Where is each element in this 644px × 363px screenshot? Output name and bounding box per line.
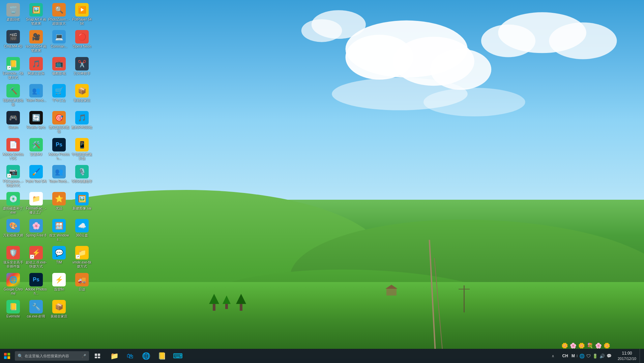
taskbar-center-buttons <box>91 349 105 363</box>
tray-expand: ∧ <box>548 349 558 363</box>
desktop-icon-4[interactable]: 🎮Steam <box>2 110 25 137</box>
taskbar-app-evernote[interactable]: 📒 <box>154 349 170 363</box>
desktop-icon-33[interactable]: 💬TIM <box>48 245 70 272</box>
desktop-icon-30[interactable]: 👥Team Rend... <box>48 164 70 191</box>
desktop-icon-label-8: 万彩动画大师 <box>2 233 24 238</box>
desktop-icon-34[interactable]: ⚡迅雷fin <box>48 272 70 299</box>
power-pole <box>464 285 465 312</box>
start-button[interactable] <box>0 349 14 363</box>
desktop-icon-6[interactable]: 📷↗FSCapture...-快捷方式 <box>2 164 25 191</box>
desktop-icon-label-20: Spring Free 8 <box>25 233 47 238</box>
desktop-icon-12[interactable]: 🖼️Snap Art 4 画笔效果 <box>25 2 48 29</box>
desktop-icon-label-18: Paint Tool SAI <box>25 179 47 184</box>
desktop-icon-43[interactable]: 🖼️新建图像.sai <box>70 191 93 218</box>
desktop-icon-39[interactable]: 📦装箱全家庄 <box>70 83 93 110</box>
language-indicator[interactable]: CH <box>561 354 570 358</box>
desktop-icon-35[interactable]: 📦装箱全家庄 <box>48 299 70 326</box>
desktop-icon-26[interactable]: 📺极酷影视 <box>48 56 70 83</box>
desktop: 🌼 🌸 🌼 💐 🌸 🌼 🗑️桌面回收🎬CINEMA 4D📒↗Evernote..… <box>0 0 644 363</box>
ime-icon[interactable]: M <box>572 354 575 358</box>
desktop-icon-label-12: Snap Art 4 画笔效果 <box>25 18 47 26</box>
system-tray-icons: CH M I 🌐 🛡 🔋 🔊 💬 <box>558 349 614 363</box>
desktop-icon-5[interactable]: 📄Adobe Acrobat DC <box>2 137 25 164</box>
desktop-icon-label-27: 千牛工台 <box>48 99 70 103</box>
desktop-icon-37[interactable]: 🔴Opera Neon <box>70 29 93 56</box>
desktop-icon-3[interactable]: ⛏️我的世界启动器 <box>2 83 25 110</box>
desktop-icon-18[interactable]: 🖌️Paint Tool SAI <box>25 164 48 191</box>
desktop-icon-29[interactable]: PsAdobe Photosh... <box>48 137 70 164</box>
desktop-icon-2[interactable]: 📒↗Evernote...-快捷方式 <box>2 56 25 83</box>
security-icon[interactable]: 🛡 <box>586 354 591 359</box>
desktop-icon-24[interactable]: 🔍PhotoZoom...-超级放大 <box>48 2 70 29</box>
desktop-icon-22[interactable]: PsAdobe Photosh... <box>25 272 48 299</box>
desktop-icon-38[interactable]: ✂️万兴神剪手 <box>70 56 93 83</box>
desktop-icons: 🗑️桌面回收🎬CINEMA 4D📒↗Evernote...-快捷方式⛏️我的世界… <box>0 0 105 346</box>
svg-rect-11 <box>95 354 97 356</box>
task-view-button[interactable] <box>91 349 105 363</box>
desktop-icon-40[interactable]: 🎵酷狗RMB回收 <box>70 110 93 137</box>
desktop-icon-label-37: Opera Neon <box>71 45 93 49</box>
taskbar-clock[interactable]: 11:00 2017/12/10 <box>614 349 640 363</box>
taskbar-app-store[interactable]: 🛍 <box>122 349 138 363</box>
desktop-icon-20[interactable]: 🌸Spring Free 8 <box>25 218 48 245</box>
taskbar-app-terminal[interactable]: ⌨ <box>170 349 185 363</box>
notification-icon[interactable]: 💬 <box>607 354 612 358</box>
desktop-icon-8[interactable]: 🎨万彩动画大师 <box>2 218 25 245</box>
desktop-icon-label-25: Comman... <box>48 45 70 49</box>
desktop-icon-1[interactable]: 🎬CINEMA 4D <box>2 29 25 56</box>
desktop-icon-19[interactable]: 📁FormatFac...-修正工厂 <box>25 191 48 218</box>
taskbar-app-chrome[interactable]: 🌐 <box>138 349 154 363</box>
show-desktop-button[interactable] <box>640 349 642 363</box>
desktop-icon-31[interactable]: ⭐优品 <box>48 191 70 218</box>
desktop-icon-15[interactable]: 👥Team Rend... <box>25 83 48 110</box>
desktop-icon-label-46: 日达 <box>71 287 93 291</box>
desktop-icon-10[interactable]: 🌐Google Chrome <box>2 272 25 299</box>
tree-1 <box>209 294 219 311</box>
battery-icon[interactable]: 🔋 <box>592 354 598 359</box>
taskbar-search[interactable]: 🔍 在这里输入你想搜索的内容 🎤 <box>15 351 89 361</box>
desktop-icon-14[interactable]: 🎵网易云音乐 <box>25 56 48 83</box>
network-icon[interactable]: 🌐 <box>579 354 585 359</box>
caret-icon: I <box>577 354 578 358</box>
desktop-icon-27[interactable]: 🛒千牛工台 <box>48 83 70 110</box>
desktop-icon-45[interactable]: 📁↗vmde.exe-快捷方式 <box>70 245 93 272</box>
desktop-icon-17[interactable]: 🛠️安装MU <box>25 137 48 164</box>
desktop-icon-9[interactable]: 🛡️涨乐安全高手非插件版 <box>2 245 25 272</box>
desktop-icon-41[interactable]: 📱中信强签赞速升级 <box>70 137 93 164</box>
desktop-icon-label-3: 我的世界启动器 <box>2 99 24 107</box>
desktop-icon-11[interactable]: 📒Evernote <box>2 299 25 326</box>
desktop-icon-25[interactable]: 💻Comman... <box>48 29 70 56</box>
desktop-icon-28[interactable]: 🎯微元汤花布图器 <box>48 110 70 137</box>
desktop-icon-13[interactable]: 🎥recordit264 画笔效果 <box>25 29 48 56</box>
desktop-icon-23[interactable]: 🔧cai.exe-好用 <box>25 299 48 326</box>
desktop-icon-label-17: 安装MU <box>25 152 47 157</box>
distant-house <box>386 289 397 296</box>
taskbar: 🔍 在这里输入你想搜索的内容 🎤 📁 🛍 🌐 📒 ⌨ <box>0 349 644 363</box>
desktop-icon-label-30: Team Rend... <box>48 179 70 184</box>
desktop-icon-label-9: 涨乐安全高手非插件版 <box>2 260 24 269</box>
desktop-icon-36[interactable]: ▶️PotPlayer 64 bit <box>70 2 93 29</box>
taskbar-tray: ∧ CH M I 🌐 🛡 🔋 🔊 💬 11:00 2017/12/10 <box>548 349 644 363</box>
desktop-icon-label-22: Adobe Photosh... <box>25 287 47 296</box>
desktop-icon-32[interactable]: 🪟按文 Windows... <box>48 218 70 245</box>
desktop-icon-label-29: Adobe Photosh... <box>48 152 70 161</box>
desktop-icon-42[interactable]: 🎙️OBS绿播助手 <box>70 164 93 191</box>
desktop-icon-16[interactable]: 🔄Reallio Sync <box>25 110 48 137</box>
tree-3 <box>236 294 246 311</box>
desktop-icon-21[interactable]: ⚡↗超动上 i9.exe-快捷方式 <box>25 245 48 272</box>
desktop-icon-label-24: PhotoZoom...-超级放大 <box>48 18 70 26</box>
clock-date: 2017/12/10 <box>618 356 636 361</box>
desktop-icon-label-38: 万兴神剪手 <box>71 72 93 76</box>
flowers-area: 🌼 🌸 🌼 💐 🌸 🌼 <box>561 342 610 349</box>
desktop-icon-7[interactable]: 💿虚拟磁盘补丁.exe <box>2 191 25 218</box>
desktop-icon-44[interactable]: ☁️360云盘 <box>70 218 93 245</box>
desktop-icon-46[interactable]: 🚚日达 <box>70 272 93 299</box>
desktop-icon-label-45: vmde.exe-快捷方式 <box>71 260 93 269</box>
tray-expand-button[interactable]: ∧ <box>551 354 555 358</box>
desktop-icon-label-34: 迅雷fin <box>48 287 70 291</box>
taskbar-app-explorer[interactable]: 📁 <box>107 349 122 363</box>
desktop-icon-0[interactable]: 🗑️桌面回收 <box>2 2 25 29</box>
volume-icon[interactable]: 🔊 <box>599 354 605 359</box>
desktop-icon-label-36: PotPlayer 64 bit <box>71 18 93 26</box>
desktop-icon-label-41: 中信强签赞速升级 <box>71 152 93 161</box>
